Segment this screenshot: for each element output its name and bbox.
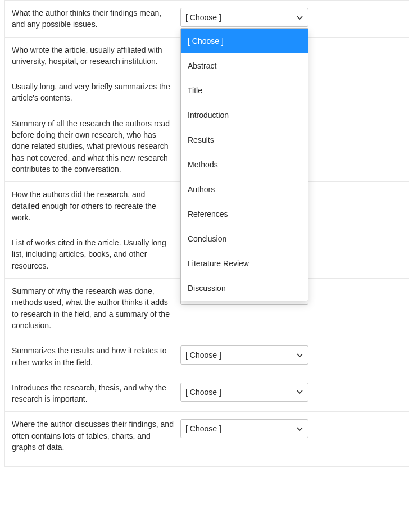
match-row: Introduces the research, thesis, and why… [5, 375, 409, 412]
select-option[interactable]: References [181, 202, 308, 226]
match-select-cell: [ Choose ] [180, 345, 308, 365]
select-value: [ Choose ] [185, 424, 221, 433]
matching-rows-container: What the author thinks their findings me… [4, 0, 409, 467]
select-option[interactable]: Conclusion [181, 226, 308, 251]
match-prompt: What the author thinks their findings me… [5, 7, 180, 30]
match-select-cell: [ Choose ] [ Choose ] Abstract Title Int… [180, 7, 308, 27]
match-row: What the author thinks their findings me… [5, 0, 409, 37]
select-option[interactable]: [ Choose ] [181, 29, 308, 53]
match-select[interactable]: [ Choose ] [180, 345, 308, 365]
match-row: Where the author discusses their finding… [5, 411, 409, 460]
select-option[interactable]: Literature Review [181, 251, 308, 276]
match-select-listbox[interactable]: [ Choose ] Abstract Title Introduction R… [180, 28, 308, 301]
chevron-down-icon [297, 15, 303, 21]
match-prompt: List of works cited in the article. Usua… [5, 237, 180, 271]
match-prompt: Where the author discusses their finding… [5, 419, 180, 453]
select-option[interactable]: Introduction [181, 103, 308, 128]
match-select-cell: [ Choose ] [180, 382, 308, 402]
select-value: [ Choose ] [185, 388, 221, 397]
chevron-down-icon [297, 426, 303, 432]
select-option[interactable]: Methods [181, 152, 308, 177]
matching-question-panel: What the author thinks their findings me… [0, 0, 413, 532]
match-prompt: Usually long, and very briefly summarize… [5, 81, 180, 104]
chevron-down-icon [297, 352, 303, 358]
match-select[interactable]: [ Choose ] [180, 383, 308, 402]
select-option[interactable]: Authors [181, 177, 308, 202]
match-select[interactable]: [ Choose ] [180, 8, 308, 27]
select-option[interactable]: Results [181, 128, 308, 152]
select-value: [ Choose ] [185, 351, 221, 360]
match-select[interactable]: [ Choose ] [180, 419, 308, 438]
select-option[interactable]: Abstract [181, 53, 308, 78]
match-prompt: Summary of why the research was done, me… [5, 285, 180, 331]
match-row: Summarizes the results and how it relate… [5, 338, 409, 375]
chevron-down-icon [297, 389, 303, 395]
match-prompt: How the authors did the research, and de… [5, 189, 180, 223]
select-option[interactable]: Discussion [181, 276, 308, 301]
match-prompt: Introduces the research, thesis, and why… [5, 382, 180, 405]
select-value: [ Choose ] [185, 13, 221, 22]
select-option[interactable]: Title [181, 78, 308, 103]
match-prompt: Who wrote the article, usually affiliate… [5, 44, 180, 67]
match-select-cell: [ Choose ] [180, 419, 308, 438]
match-prompt: Summarizes the results and how it relate… [5, 345, 180, 368]
match-prompt: Summary of all the research the authors … [5, 118, 180, 175]
